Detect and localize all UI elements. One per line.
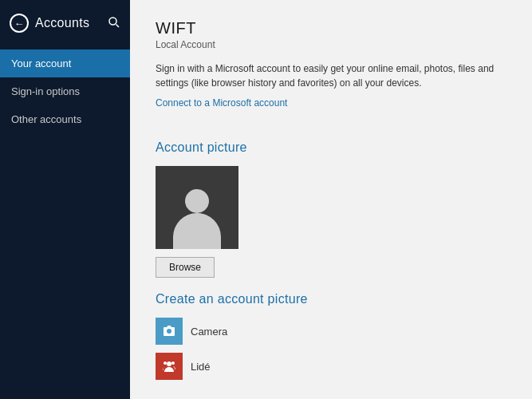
camera-option[interactable]: Camera — [156, 318, 506, 345]
people-icon — [161, 358, 177, 374]
sidebar-item-your-account[interactable]: Your account — [0, 49, 130, 77]
avatar-figure — [173, 181, 221, 249]
svg-point-0 — [109, 18, 116, 25]
sidebar-item-label: Other accounts — [11, 113, 81, 125]
back-button[interactable]: ← — [10, 14, 29, 33]
account-type: Local Account — [156, 39, 506, 50]
sidebar-title: Accounts — [35, 16, 89, 30]
sidebar-header: ← Accounts — [0, 0, 130, 46]
sidebar-item-other-accounts[interactable]: Other accounts — [0, 105, 130, 133]
sidebar-item-label: Sign-in options — [11, 85, 80, 97]
search-button[interactable] — [108, 16, 120, 31]
connect-ms-account-link[interactable]: Connect to a Microsoft account — [156, 97, 287, 109]
avatar-body — [173, 213, 221, 249]
svg-point-3 — [171, 361, 175, 365]
main-content: WIFT Local Account Sign in with a Micros… — [130, 0, 532, 399]
ms-account-description: Sign in with a Microsoft account to easi… — [156, 61, 499, 90]
people-icon-box — [156, 353, 183, 380]
create-options: Camera Lidé — [156, 318, 506, 380]
people-option-label: Lidé — [191, 361, 211, 373]
sidebar: ← Accounts Your account Sign-in options … — [0, 0, 130, 399]
svg-point-4 — [164, 361, 167, 365]
search-icon — [108, 16, 120, 29]
camera-icon — [161, 323, 177, 339]
browse-button[interactable]: Browse — [156, 257, 215, 278]
svg-point-2 — [167, 361, 171, 366]
sidebar-nav: Your account Sign-in options Other accou… — [0, 49, 130, 133]
svg-line-1 — [116, 24, 120, 27]
sidebar-item-sign-in-options[interactable]: Sign-in options — [0, 77, 130, 105]
create-picture-section-title: Create an account picture — [156, 292, 506, 306]
avatar-head — [185, 189, 209, 213]
camera-option-label: Camera — [191, 326, 227, 338]
avatar-image — [156, 166, 238, 249]
back-icon: ← — [14, 18, 25, 30]
account-picture-section-title: Account picture — [156, 140, 506, 155]
account-name: WIFT — [156, 19, 506, 38]
camera-icon-box — [156, 318, 183, 345]
sidebar-item-label: Your account — [11, 57, 71, 69]
people-option[interactable]: Lidé — [156, 353, 506, 380]
